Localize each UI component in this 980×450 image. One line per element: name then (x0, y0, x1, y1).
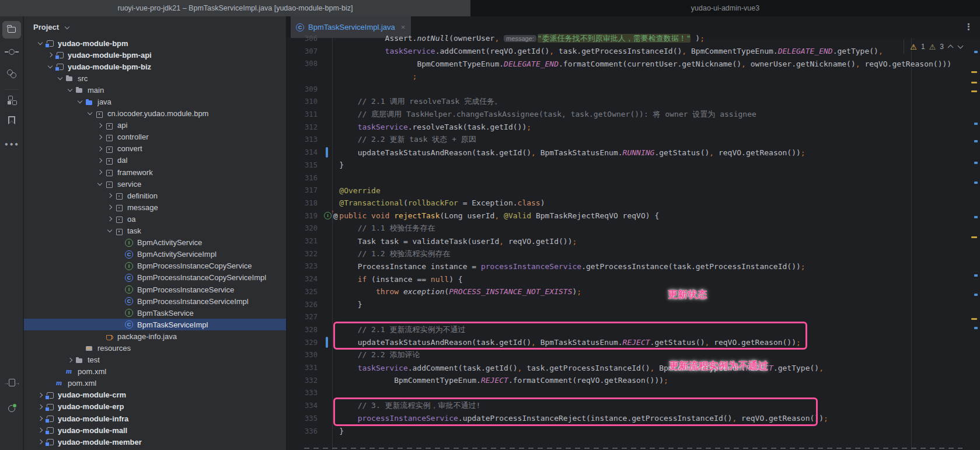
code-line-312[interactable]: 312 taskService.resolveTask(task.getId()… (287, 121, 972, 134)
code-line-306[interactable]: 306 Assert.notNull(ownerUser, message:"委… (287, 32, 972, 45)
code-line-316[interactable]: 316 (287, 172, 972, 184)
tab-options-icon[interactable]: ⋮ (964, 22, 973, 32)
chevron-down-icon[interactable] (95, 179, 104, 189)
code-line-323[interactable]: 323 ProcessInstance instance = processIn… (287, 260, 972, 273)
code-line-311[interactable]: 311 // 底层调用 TaskHelper.changeTaskAssigne… (287, 108, 972, 121)
previous-problem-icon[interactable] (948, 44, 954, 50)
stripe-change-mark[interactable] (974, 51, 978, 53)
code-line-333[interactable]: 333 (287, 387, 972, 400)
tree-item-bpmprocessinstancecopyserviceimpl[interactable]: BpmProcessInstanceCopyServiceImpl (24, 272, 286, 284)
code-line-336[interactable]: 336 } (287, 425, 972, 438)
tree-item-oa[interactable]: oa (24, 213, 286, 225)
stripe-change-mark[interactable] (974, 182, 978, 184)
run-anything-tool-icon[interactable] (2, 374, 21, 391)
code-line-325[interactable]: 325 throw exception(PROCESS_INSTANCE_NOT… (287, 285, 972, 298)
project-panel-header[interactable]: Project (24, 16, 286, 37)
chevron-right-icon[interactable] (95, 132, 104, 142)
tree-item-controller[interactable]: controller (24, 131, 286, 143)
stripe-change-mark[interactable] (974, 216, 978, 218)
chevron-right-icon[interactable] (65, 355, 75, 365)
stripe-warning-mark[interactable] (971, 82, 977, 83)
chevron-right-icon[interactable] (46, 50, 55, 60)
commit-tool-icon[interactable] (2, 43, 21, 61)
tree-item-definition[interactable]: definition (24, 190, 286, 201)
tree-item-convert[interactable]: convert (24, 143, 286, 155)
code-line-307[interactable]: 307 taskService.addComment(reqVO.getId()… (287, 45, 972, 58)
chevron-down-icon[interactable] (46, 62, 55, 71)
tree-item-bpmprocessinstanceservice[interactable]: BpmProcessInstanceService (24, 284, 286, 295)
tab-close-icon[interactable]: × (401, 23, 406, 32)
tree-item-framework[interactable]: framework (24, 166, 286, 178)
tree-item-yudao-module-member[interactable]: yudao-module-member (24, 436, 286, 448)
tree-item-yudao-module-bpm-biz[interactable]: yudao-module-bpm-biz (24, 61, 286, 72)
chevron-right-icon[interactable] (95, 168, 104, 177)
tree-item-yudao-module-infra[interactable]: yudao-module-infra (24, 413, 286, 424)
structure-tool-icon[interactable] (2, 91, 21, 109)
code-line-334[interactable]: 334 // 3. 更新流程实例，审批不通过! (287, 399, 972, 412)
stripe-warning-mark[interactable] (971, 90, 977, 92)
code-line-332[interactable]: 332 BpmCommentTypeEnum.REJECT.formatComm… (287, 374, 972, 387)
tree-item-yudao-module-crm[interactable]: yudao-module-crm (24, 389, 286, 401)
tree-item-message[interactable]: message (24, 201, 286, 213)
tree-item-yudao-module-mall[interactable]: yudao-module-mall (24, 424, 286, 436)
code-line-wrap[interactable]: ; (287, 70, 972, 83)
tree-item-bpmtaskserviceimpl[interactable]: BpmTaskServiceImpl (24, 319, 286, 330)
tree-item-api[interactable]: api (24, 120, 286, 131)
stripe-warning-mark[interactable] (971, 71, 977, 73)
stripe-change-mark[interactable] (974, 294, 978, 296)
stripe-change-mark[interactable] (974, 274, 978, 277)
chevron-down-icon[interactable] (55, 74, 65, 83)
tree-item-java[interactable]: java (24, 96, 286, 107)
code-line-327[interactable]: 327 (287, 311, 972, 323)
code-line-313[interactable]: 313 // 2.2 更新 task 状态 + 原因 (287, 134, 972, 146)
code-line-318[interactable]: 318 @Transactional(rollbackFor = Excepti… (287, 197, 972, 210)
tree-item-yudao-module-erp[interactable]: yudao-module-erp (24, 401, 286, 413)
tree-item-cn-iocoder-yudao-module-bpm[interactable]: cn.iocoder.yudao.module.bpm (24, 108, 286, 120)
tree-item-yudao-module-bpm[interactable]: yudao-module-bpm (24, 37, 286, 49)
stripe-change-mark[interactable] (974, 123, 978, 125)
tree-item-bpmtaskservice[interactable]: BpmTaskService (24, 307, 286, 319)
tree-item-test[interactable]: test (24, 354, 286, 366)
code-line-320[interactable]: 320 // 1.1 校验任务存在 (287, 222, 972, 235)
chevron-down-icon[interactable] (85, 109, 95, 118)
code-line-321[interactable]: 321 Task task = validateTask(userId, req… (287, 235, 972, 247)
tree-item-task[interactable]: task (24, 225, 286, 237)
code-line-335[interactable]: 335 processInstanceService.updateProcess… (287, 412, 972, 425)
code-line-322[interactable]: 322 // 1.2 校验流程实例存在 (287, 247, 972, 260)
chevron-down-icon[interactable] (105, 226, 114, 236)
code-line-315[interactable]: 315 } (287, 159, 972, 172)
pull-requests-tool-icon[interactable] (2, 65, 21, 82)
code-line-309[interactable]: 309 (287, 83, 972, 96)
tree-item-bpmprocessinstanceserviceimpl[interactable]: BpmProcessInstanceServiceImpl (24, 295, 286, 307)
chevron-right-icon[interactable] (105, 203, 114, 212)
chevron-down-icon[interactable] (65, 85, 75, 95)
implements-method-icon[interactable]: I (324, 212, 332, 219)
chevron-right-icon[interactable] (95, 121, 104, 130)
chevron-right-icon[interactable] (105, 191, 114, 200)
chevron-right-icon[interactable] (95, 144, 104, 154)
tree-item-dal[interactable]: dal (24, 155, 286, 166)
tree-item-yudao-module-bpm-api[interactable]: yudao-module-bpm-api (24, 49, 286, 61)
chevron-right-icon[interactable] (105, 214, 114, 224)
code-line-329[interactable]: 329 updateTaskStatusAndReason(task.getId… (287, 336, 972, 349)
gutter-icons[interactable]: I@ (324, 211, 338, 221)
tree-item-bpmactivityserviceimpl[interactable]: BpmActivityServiceImpl (24, 249, 286, 260)
code-line-330[interactable]: 330 // 2.2 添加评论 (287, 349, 972, 362)
more-tools-icon[interactable]: ••• (2, 136, 21, 154)
chevron-right-icon[interactable] (95, 156, 104, 165)
stripe-change-mark[interactable] (974, 140, 978, 142)
tree-item-service[interactable]: service (24, 178, 286, 190)
code-line-324[interactable]: 324 if (instance == null) { (287, 273, 972, 285)
chevron-down-icon[interactable] (75, 97, 85, 107)
chevron-right-icon[interactable] (36, 437, 45, 446)
chevron-right-icon[interactable] (36, 414, 45, 423)
tree-item-pom-xml[interactable]: pom.xml (24, 366, 286, 378)
code-line-326[interactable]: 326 } (287, 298, 972, 311)
stripe-change-mark[interactable] (974, 327, 978, 329)
chevron-right-icon[interactable] (36, 425, 45, 435)
chevron-right-icon[interactable] (36, 402, 45, 411)
code-line-319[interactable]: 319I@ public void rejectTask(Long userId… (287, 210, 972, 222)
chevron-down-icon[interactable] (36, 39, 45, 48)
stripe-warning-mark[interactable] (971, 236, 977, 238)
tree-item-src[interactable]: src (24, 72, 286, 84)
